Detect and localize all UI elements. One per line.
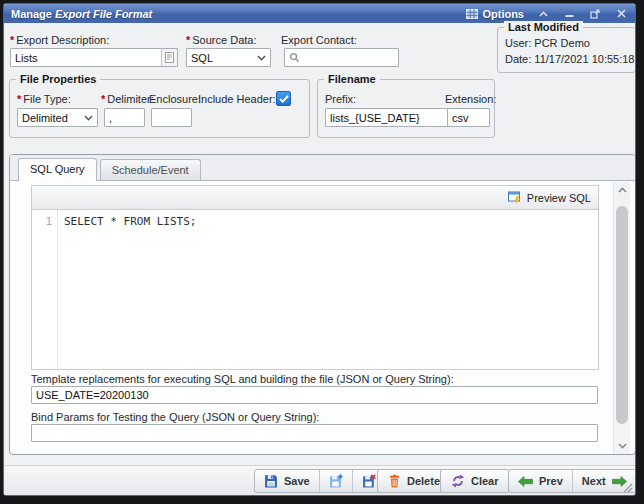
editor-line-gutter: 1 bbox=[32, 210, 58, 369]
save-and-new-button[interactable] bbox=[319, 470, 352, 492]
sql-code-line: SELECT * FROM LISTS; bbox=[64, 215, 196, 228]
file-type-label: *File Type: bbox=[17, 93, 71, 105]
next-label: Next bbox=[582, 475, 606, 487]
export-description-field-wrap bbox=[10, 48, 178, 67]
prev-next-button-group: Prev Next bbox=[508, 469, 636, 493]
chevron-down-icon bbox=[618, 443, 627, 449]
bind-params-input[interactable] bbox=[31, 424, 598, 442]
prefix-input[interactable] bbox=[325, 108, 450, 127]
collapse-button[interactable] bbox=[536, 7, 550, 21]
include-header-label: Include Header: bbox=[198, 93, 276, 105]
enclosure-label: Enclosure: bbox=[149, 93, 201, 105]
delimiter-label: *Delimiter: bbox=[101, 93, 154, 105]
preview-sql-button[interactable]: Preview SQL bbox=[508, 191, 591, 204]
required-asterisk: * bbox=[17, 93, 21, 105]
tab-sql-query[interactable]: SQL Query bbox=[18, 158, 97, 181]
export-description-label: *Export Description: bbox=[10, 34, 109, 46]
save-button[interactable]: Save bbox=[255, 470, 319, 492]
vertical-scrollbar[interactable] bbox=[613, 182, 630, 454]
save-label: Save bbox=[284, 475, 310, 487]
clear-button[interactable]: Clear bbox=[440, 469, 510, 493]
save-close-icon bbox=[362, 474, 376, 488]
last-modified-fieldset: Last Modified User: PCR Demo Date: 11/17… bbox=[497, 27, 636, 73]
tab-schedule-event[interactable]: Schedule/Event bbox=[100, 159, 201, 180]
close-button[interactable] bbox=[614, 7, 628, 21]
preview-sql-label: Preview SQL bbox=[527, 192, 591, 204]
template-replacements-label: Template replacements for executing SQL … bbox=[31, 373, 454, 385]
scroll-down-button[interactable] bbox=[614, 438, 631, 454]
scroll-up-button[interactable] bbox=[614, 182, 631, 198]
save-button-group: Save bbox=[254, 469, 386, 493]
sql-code-editor[interactable]: 1 SELECT * FROM LISTS; bbox=[31, 210, 599, 370]
bind-params-label: Bind Params for Testing the Query (JSON … bbox=[31, 411, 319, 423]
notes-expand-icon bbox=[165, 52, 174, 63]
last-modified-date: Date: 11/17/2021 10:55:18 bbox=[505, 53, 634, 65]
required-asterisk: * bbox=[186, 34, 190, 46]
extension-label: Extension: bbox=[445, 93, 496, 105]
required-asterisk: * bbox=[101, 93, 105, 105]
export-contact-input[interactable] bbox=[284, 48, 399, 67]
query-tab-panel: SQL Query Schedule/Event Preview SQL 1 S… bbox=[9, 154, 636, 455]
clear-label: Clear bbox=[471, 475, 499, 487]
refresh-icon bbox=[451, 474, 465, 488]
options-button[interactable]: Options bbox=[466, 8, 524, 20]
chevron-up-icon bbox=[539, 11, 548, 17]
chevron-up-icon bbox=[618, 187, 627, 193]
include-header-checkbox[interactable] bbox=[276, 91, 291, 106]
source-data-label: *Source Data: bbox=[186, 34, 256, 46]
file-properties-legend: File Properties bbox=[16, 73, 100, 85]
restore-icon bbox=[590, 9, 600, 19]
prefix-label: Prefix: bbox=[325, 93, 356, 105]
extension-input[interactable] bbox=[447, 108, 490, 127]
export-contact-field-wrap bbox=[284, 48, 399, 67]
chevron-down-icon bbox=[257, 55, 266, 61]
delimiter-input[interactable] bbox=[104, 108, 145, 127]
file-type-value: Delimited bbox=[22, 112, 84, 124]
arrow-left-icon bbox=[518, 476, 533, 487]
manage-export-window: Manage Export File Format Options *Expor… bbox=[3, 3, 636, 496]
source-data-value: SQL bbox=[191, 52, 257, 64]
preview-sql-icon bbox=[508, 191, 522, 204]
close-icon bbox=[617, 9, 626, 18]
file-type-select[interactable]: Delimited bbox=[17, 108, 98, 127]
restore-button[interactable] bbox=[588, 7, 602, 21]
screenshot-surround: Manage Export File Format Options *Expor… bbox=[0, 0, 644, 504]
footer-toolbar: Save Delete Clear Prev bbox=[4, 465, 635, 495]
tab-strip: SQL Query Schedule/Event bbox=[10, 155, 635, 181]
required-asterisk: * bbox=[10, 34, 14, 46]
last-modified-legend: Last Modified bbox=[504, 21, 583, 33]
prev-button[interactable]: Prev bbox=[509, 470, 572, 492]
line-number: 1 bbox=[45, 215, 52, 228]
trash-icon bbox=[388, 474, 401, 488]
chevron-down-icon bbox=[84, 115, 93, 121]
window-title: Manage Export File Format bbox=[11, 8, 466, 20]
export-description-input[interactable] bbox=[10, 48, 178, 67]
grid-icon bbox=[466, 9, 478, 19]
options-label: Options bbox=[482, 8, 524, 20]
resize-handle[interactable] bbox=[622, 482, 633, 493]
delete-label: Delete bbox=[407, 475, 440, 487]
source-data-select[interactable]: SQL bbox=[186, 48, 271, 67]
filename-legend: Filename bbox=[324, 73, 380, 85]
enclosure-input[interactable] bbox=[151, 108, 192, 127]
expand-field-button[interactable] bbox=[161, 49, 177, 66]
save-icon bbox=[264, 474, 278, 488]
export-contact-label: Export Contact: bbox=[281, 34, 357, 46]
last-modified-user: User: PCR Demo bbox=[505, 37, 590, 49]
minimize-icon bbox=[565, 10, 574, 18]
prev-label: Prev bbox=[539, 475, 563, 487]
template-replacements-input[interactable] bbox=[31, 386, 598, 404]
minimize-button[interactable] bbox=[562, 7, 576, 21]
check-icon bbox=[279, 95, 289, 103]
file-properties-fieldset: File Properties *File Type: Delimited *D… bbox=[9, 79, 310, 138]
save-new-icon bbox=[329, 474, 343, 488]
filename-fieldset: Filename Prefix: Extension: bbox=[317, 79, 495, 138]
scrollbar-thumb[interactable] bbox=[616, 206, 628, 424]
search-icon bbox=[289, 52, 300, 63]
sql-toolbar: Preview SQL bbox=[31, 185, 599, 210]
